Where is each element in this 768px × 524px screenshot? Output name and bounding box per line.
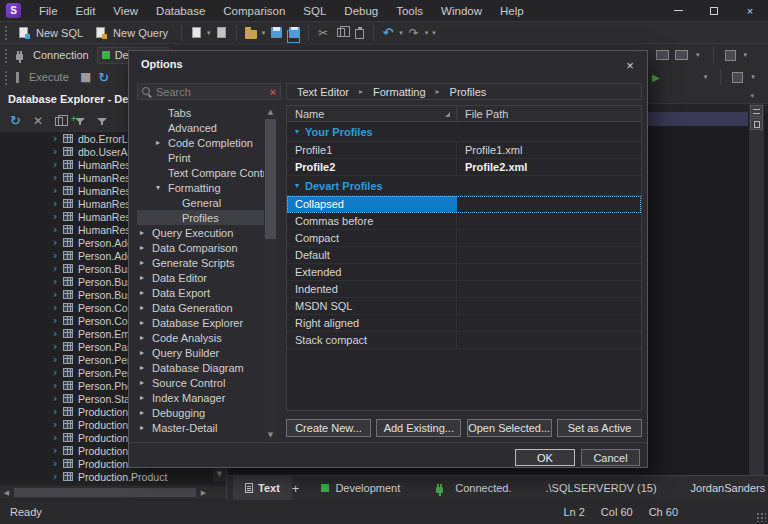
chevron-down-icon[interactable]: ▾ [704,73,708,81]
filter-button[interactable] [97,118,107,123]
play-icon[interactable]: ▶ [652,72,660,83]
options-tree-item[interactable]: ▸ Database Diagram [137,360,264,375]
profile-row[interactable]: Compact [287,230,641,247]
expand-icon[interactable] [53,328,63,340]
chevron-down-icon[interactable]: ▾ [262,29,266,37]
refresh-button[interactable]: ↻ [10,113,21,128]
chevron-down-icon[interactable]: ▾ [751,73,755,81]
chevron-down-icon[interactable]: ▾ [207,29,211,37]
expand-icon[interactable] [53,471,63,483]
options-tree-item[interactable]: ▸ Database Explorer [137,315,264,330]
menu-item[interactable]: Help [491,0,533,22]
options-tree-item[interactable]: ▸ Data Editor [137,270,264,285]
connection-status[interactable]: Connected. [422,476,523,501]
profile-row[interactable]: Extended [287,264,641,281]
options-tree-scrollbar[interactable]: ▲ ▼ [264,105,277,441]
options-tree-item[interactable]: ▸ Query Execution [137,225,264,240]
expand-icon[interactable] [53,172,63,184]
add-tab-button[interactable]: + [292,481,300,496]
explorer-tree-item[interactable]: Production.Product [0,470,213,483]
chevron-down-icon[interactable]: ▾ [432,29,436,37]
resize-grip[interactable] [756,512,766,522]
menu-item[interactable]: Debug [335,0,387,22]
breadcrumb-segment[interactable]: Profiles [450,86,487,98]
menu-item[interactable]: SQL [294,0,335,22]
chevron-down-icon[interactable]: ▾ [425,29,429,37]
profile-row[interactable]: Profile1 Profile1.xml [287,142,641,159]
options-search-input[interactable] [156,86,266,98]
expand-icon[interactable] [53,133,63,145]
copy-button[interactable] [332,24,350,42]
options-tree-item[interactable]: ▸ Generate Scripts [137,255,264,270]
options-tree-item[interactable]: ▸ Source Control [137,375,264,390]
chevron-down-icon[interactable]: ▾ [744,51,748,59]
menu-item[interactable]: View [104,0,147,22]
close-button[interactable]: × [732,0,768,22]
new-object-button[interactable] [213,24,231,42]
tree-expand-icon[interactable]: ▸ [140,378,152,387]
toolbar-grip[interactable] [4,70,8,85]
minimize-button[interactable] [660,0,696,22]
expand-icon[interactable] [53,146,63,158]
options-tree-item[interactable]: Tabs [137,105,264,120]
column-header-filepath[interactable]: File Path [457,106,641,121]
options-tree-item[interactable]: ▾ Formatting [137,180,264,195]
split-editor-button[interactable] [750,105,763,117]
duplicate-button[interactable] [55,117,63,126]
tree-expand-icon[interactable]: ▸ [140,333,152,342]
toolbar-grip[interactable] [4,48,8,63]
scrollbar-thumb[interactable] [14,488,196,497]
server-name[interactable]: .\SQLSERVERDV (15) [534,476,669,501]
compare-left-icon[interactable] [656,50,669,60]
menu-item[interactable]: Comparison [214,0,294,22]
open-file-button[interactable] [242,24,260,42]
tree-expand-icon[interactable]: ▸ [140,243,152,252]
tab-text-view[interactable]: Text [233,476,292,501]
expand-icon[interactable] [53,185,63,197]
clear-search-icon[interactable]: × [270,86,276,98]
expand-icon[interactable] [53,445,63,457]
options-tree-item[interactable]: General [137,195,264,210]
breadcrumb-segment[interactable]: Text Editor [297,86,349,98]
profile-action-button[interactable]: Add Existing... [376,419,461,437]
filter-add-button[interactable] [75,118,85,123]
profile-group-header[interactable]: Devart Profiles [287,176,641,196]
ok-button[interactable]: OK [515,449,575,466]
layout-grid-icon[interactable] [725,50,736,61]
tree-expand-icon[interactable]: ▸ [140,348,152,357]
profile-action-button[interactable]: Set as Active [557,419,642,437]
save-button[interactable] [267,24,285,42]
expand-icon[interactable] [53,211,63,223]
expand-icon[interactable] [53,406,63,418]
layout-grid-icon[interactable] [732,72,743,83]
scroll-down-button[interactable]: ▼ [264,428,277,441]
chevron-down-icon[interactable]: ▾ [696,51,700,59]
options-tree-item[interactable]: Text Compare Control [137,165,264,180]
environment-indicator[interactable]: Development [309,476,412,501]
menu-item[interactable]: Tools [387,0,432,22]
horizontal-scrollbar[interactable]: ◀ ▶ [0,486,226,499]
tree-expand-icon[interactable]: ▸ [140,423,152,432]
tree-expand-icon[interactable]: ▸ [140,393,152,402]
tree-expand-icon[interactable]: ▸ [140,303,152,312]
delete-button[interactable]: ✕ [33,114,43,128]
menu-item[interactable]: Edit [67,0,105,22]
expand-icon[interactable] [53,224,63,236]
options-tree-item[interactable]: ▸ Data Generation [137,300,264,315]
options-tree-item[interactable]: ▸ Code Analysis [137,330,264,345]
execute-button[interactable]: Execute [29,71,69,83]
profile-action-button[interactable]: Open Selected... [467,419,552,437]
user-name[interactable]: JordanSanders [679,476,768,501]
expand-icon[interactable] [53,367,63,379]
expand-icon[interactable] [53,380,63,392]
options-tree-item[interactable]: ▸ Code Completion [137,135,264,150]
options-tree-item[interactable]: Print [137,150,264,165]
expand-icon[interactable] [53,276,63,288]
options-tree-item[interactable]: Advanced [137,120,264,135]
expand-icon[interactable] [53,341,63,353]
scroll-right-button[interactable]: ▶ [197,486,210,499]
toolbar-grip[interactable] [4,25,8,40]
profile-row[interactable]: Commas before [287,213,641,230]
expand-icon[interactable] [53,393,63,405]
options-tree-item[interactable]: ▸ Master-Detail [137,420,264,435]
